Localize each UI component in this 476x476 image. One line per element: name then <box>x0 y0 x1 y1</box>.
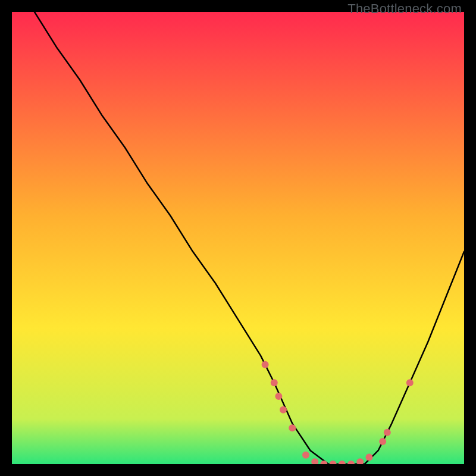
data-marker <box>302 452 309 459</box>
data-marker <box>365 454 372 461</box>
data-marker <box>289 424 296 431</box>
data-marker <box>280 406 287 414</box>
watermark-text: TheBottleneck.com <box>347 1 462 17</box>
data-marker <box>406 379 414 386</box>
data-marker <box>379 438 386 445</box>
data-marker <box>262 361 269 368</box>
data-marker <box>271 379 278 386</box>
bottleneck-chart <box>12 12 464 464</box>
chart-frame <box>12 12 464 464</box>
data-marker <box>384 429 391 436</box>
data-marker <box>275 393 282 400</box>
